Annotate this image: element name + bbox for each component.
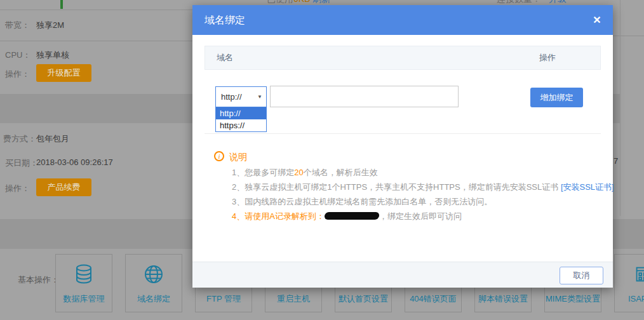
upgrade-config-button[interactable]: 升级配置 xyxy=(36,64,91,82)
protocol-option[interactable]: https:// xyxy=(216,119,266,131)
page: 已使用0KB 刷新 连接数量？ 升级 带宽： 独享2M CPU： 独享单核 操作… xyxy=(0,0,644,320)
billing-action-label: 操作： xyxy=(5,183,30,194)
column-divider xyxy=(620,0,621,216)
bandwidth-label: 带宽： xyxy=(5,20,30,31)
operation-card-label: MIME类型设置 xyxy=(546,293,600,305)
basic-ops-label: 基本操作： xyxy=(18,274,59,286)
used-value: 0KB xyxy=(293,0,310,4)
operation-card-label: ISAPI程 xyxy=(628,293,644,305)
notice-item: 2、独享云虚拟主机可绑定1个HTTPS，共享主机不支持HTTPS，绑定前请先安装… xyxy=(232,182,614,192)
purchase-date-label: 买日期： xyxy=(5,157,38,169)
operation-card[interactable]: ISAPI程 xyxy=(614,254,644,312)
operation-card-label: FTP 管理 xyxy=(206,293,241,305)
close-icon[interactable]: ✕ xyxy=(590,13,604,27)
used-label: 已使用 xyxy=(267,0,293,4)
domain-input[interactable] xyxy=(270,86,459,107)
billing-mode-label: 费方式： xyxy=(3,133,36,145)
protocol-select[interactable]: http:// ▼ xyxy=(215,86,267,107)
operation-card-label: 脚本错误设置 xyxy=(478,293,528,305)
top-strip-connections: 连接数量？ 升级 xyxy=(497,0,567,5)
modal-title: 域名绑定 xyxy=(205,5,245,35)
notice-item: 1、您最多可绑定20个域名，解析后生效 xyxy=(232,167,614,177)
refresh-link[interactable]: 刷新 xyxy=(312,0,330,4)
column-header-domain: 域名 xyxy=(217,52,233,63)
row-divider xyxy=(0,41,192,41)
database-icon xyxy=(56,255,112,293)
modal-footer: 取消 xyxy=(192,262,613,288)
renew-product-button[interactable]: 产品续费 xyxy=(36,178,91,196)
operation-card-label: 默认首页设置 xyxy=(339,293,388,305)
operation-card-label: 404错误页面 xyxy=(410,293,457,305)
bandwidth-value: 独享2M xyxy=(36,20,64,31)
domain-binding-modal: 域名绑定 ✕ 域名 操作 http:// ▼ http://https:// 增… xyxy=(192,5,613,288)
notice-item: 3、国内线路的云虚拟主机绑定域名前需先添加白名单，否则无法访问。 xyxy=(232,196,614,206)
row-divider-right xyxy=(613,36,644,36)
building-icon xyxy=(615,255,644,293)
cancel-button[interactable]: 取消 xyxy=(560,267,603,284)
protocol-selected-value: http:// xyxy=(221,92,242,102)
top-strip-usage: 已使用0KB 刷新 xyxy=(267,0,330,5)
cpu-value: 独享单核 xyxy=(36,50,69,61)
divider xyxy=(205,133,601,134)
chevron-down-icon: ▼ xyxy=(257,87,262,107)
notice-items: 1、您最多可绑定20个域名，解析后生效2、独享云虚拟主机可绑定1个HTTPS，共… xyxy=(232,167,614,225)
protocol-option[interactable]: http:// xyxy=(216,107,266,119)
info-icon: i xyxy=(214,151,224,161)
right-column-fragment: 7 xyxy=(614,156,618,166)
protocol-dropdown-list: http://https:// xyxy=(215,107,267,132)
cpu-label: CPU： xyxy=(5,50,30,61)
operation-card-label: 重启主机 xyxy=(277,293,310,305)
green-marker xyxy=(60,0,63,9)
domain-table-header: 域名 操作 xyxy=(205,46,601,70)
redacted-ip xyxy=(324,212,380,220)
connections-label: 连接数量？ xyxy=(497,0,541,4)
operation-card-label: 数据库管理 xyxy=(64,293,105,305)
notice-item: 4、请使用A记录解析到：，绑定生效后即可访问 xyxy=(232,211,614,221)
operation-card[interactable]: 域名绑定 xyxy=(125,254,182,312)
install-ssl-link[interactable]: [安装SSL证书] xyxy=(561,182,614,192)
modal-header: 域名绑定 ✕ xyxy=(192,5,613,35)
operation-card-label: 域名绑定 xyxy=(137,293,170,305)
spec-action-label: 操作： xyxy=(5,69,30,80)
upgrade-link[interactable]: 升级 xyxy=(549,0,567,4)
notice-title: 说明 xyxy=(229,152,247,163)
purchase-date-value: 2018-03-06 09:26:17 xyxy=(36,157,113,167)
billing-mode-value: 包年包月 xyxy=(36,133,69,145)
add-binding-button[interactable]: 增加绑定 xyxy=(530,88,583,107)
operation-card[interactable]: 数据库管理 xyxy=(55,254,112,312)
row-divider xyxy=(0,10,192,10)
column-header-action: 操作 xyxy=(539,52,556,63)
globe-icon xyxy=(126,255,182,293)
